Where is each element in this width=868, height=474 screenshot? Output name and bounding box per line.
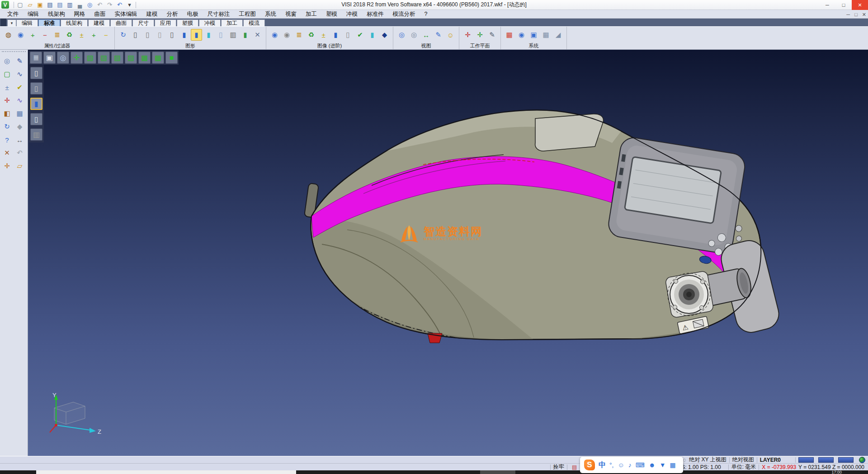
maximize-button[interactable]: □ <box>835 0 852 10</box>
advanced-traffic-icon[interactable]: ≣ <box>293 29 305 41</box>
grid-settings-icon[interactable]: ▦ <box>540 29 552 41</box>
menu-item[interactable]: 建模 <box>142 10 162 18</box>
ribbon-tab[interactable]: 标准 <box>38 19 60 26</box>
workplane-edit-icon[interactable]: ✎ <box>486 29 498 41</box>
filter-minus-icon[interactable]: − <box>100 29 112 41</box>
mdi-restore-button[interactable]: □ <box>854 12 858 18</box>
toolbar-grip[interactable] <box>2 51 26 54</box>
menu-item[interactable]: 文件 <box>3 10 23 18</box>
shade-hidden-icon[interactable]: ▯ <box>30 82 42 95</box>
view-top-icon[interactable]: ▧ <box>98 52 110 64</box>
minimize-button[interactable]: ─ <box>819 0 835 10</box>
transparent-cylinder-icon[interactable]: ▮ <box>203 29 214 41</box>
measure-icon[interactable]: ↔ <box>420 29 432 41</box>
ime-person-icon[interactable]: ☻ <box>649 461 656 469</box>
workplane-create-icon[interactable]: ✛ <box>462 29 473 41</box>
advanced-plusminus-icon[interactable]: ± <box>318 29 329 41</box>
print-icon[interactable]: ▄ <box>75 1 84 9</box>
tab-dropdown-button[interactable]: ▾ <box>7 19 16 26</box>
status-plot-icon[interactable]: ▤ <box>570 464 579 470</box>
save-icon[interactable]: ▤ <box>46 1 54 9</box>
fit-view-icon[interactable]: ▣ <box>43 52 56 64</box>
menu-item[interactable]: 尺寸标注 <box>203 10 235 18</box>
zoom-window-icon[interactable]: ◎ <box>408 29 420 41</box>
view-back-icon[interactable]: ▩ <box>152 52 164 64</box>
view-left-icon[interactable]: ▨ <box>111 52 123 64</box>
advanced-wire-icon[interactable]: ▯ <box>342 29 354 41</box>
shaded-cylinder-icon[interactable]: ▮ <box>179 29 190 41</box>
save-all-icon[interactable]: ▥ <box>66 1 74 9</box>
curve-edit-icon[interactable]: ∿ <box>14 69 26 80</box>
ucs-axes-icon[interactable]: ✛ <box>1 95 13 106</box>
flat-cylinder-icon[interactable]: ▯ <box>215 29 226 41</box>
menu-item[interactable]: 实体编辑 <box>110 10 142 18</box>
menu-item[interactable]: 系统 <box>260 10 281 18</box>
sketch-edit-icon[interactable]: ✎ <box>14 56 26 66</box>
ribbon-tab[interactable]: 建模 <box>88 19 110 26</box>
ime-punct-icon[interactable]: °, <box>609 461 614 469</box>
windows-taskbar[interactable]: 17:00 <box>0 470 868 474</box>
absolute-view-label[interactable]: 绝对视图 <box>732 456 754 464</box>
snap-lock-label[interactable]: 拴牢 <box>553 463 564 471</box>
refresh-icon[interactable]: ↻ <box>1 121 13 132</box>
analysis-cylinder-icon[interactable]: ▮ <box>240 29 251 41</box>
advanced-hide-icon[interactable]: ◉ <box>281 29 292 41</box>
ribbon-tab[interactable]: 线架构 <box>61 19 88 26</box>
filter-plusminus-icon[interactable]: ± <box>76 29 87 41</box>
close-button[interactable]: ✕ <box>852 0 868 10</box>
ime-keyboard-icon[interactable]: ⌨ <box>636 461 645 469</box>
menu-item[interactable]: 模流分析 <box>388 10 420 18</box>
undo-history-icon[interactable]: ↶ <box>115 1 124 9</box>
menu-item[interactable]: 工程图 <box>235 10 261 18</box>
shade-shaded-icon[interactable]: ▮ <box>30 98 42 110</box>
ribbon-tab[interactable]: 尺寸 <box>132 19 154 26</box>
ime-skin-icon[interactable]: ▼ <box>660 461 666 469</box>
advanced-view-icon[interactable]: ◉ <box>269 29 280 41</box>
ramp-3d-icon[interactable]: ◢ <box>552 29 564 41</box>
print-preview-icon[interactable]: ◎ <box>85 1 94 9</box>
sogou-logo-icon[interactable]: S <box>584 460 595 470</box>
units-label[interactable]: 单位: 毫米 <box>731 463 756 471</box>
ribbon-tab[interactable]: 曲面 <box>110 19 132 26</box>
filter-plus-icon[interactable]: + <box>88 29 99 41</box>
ribbon-tab[interactable]: 冲模 <box>199 19 221 26</box>
workplane-align-icon[interactable]: ✛ <box>474 29 486 41</box>
menu-item[interactable]: 视窗 <box>281 10 301 18</box>
model-pb560[interactable]: ⚠ Y <box>28 50 868 456</box>
render-icon[interactable]: ☺ <box>445 29 456 41</box>
layer-label[interactable]: LAYER0 <box>760 457 781 463</box>
menu-item[interactable]: 塑模 <box>321 10 342 18</box>
menu-item[interactable]: 线架构 <box>43 10 70 18</box>
mdi-minimize-button[interactable]: ─ <box>846 12 850 18</box>
view-iso-icon[interactable]: ■ <box>165 52 178 64</box>
advanced-shaded-icon[interactable]: ▮ <box>330 29 341 41</box>
open-file-icon[interactable]: ▱ <box>26 1 34 9</box>
modify-attributes-icon[interactable]: ◍ <box>3 29 14 41</box>
filter-reset-icon[interactable]: ♻ <box>64 29 75 41</box>
window-panes-icon[interactable]: ▦ <box>14 108 26 119</box>
globe-icon[interactable]: ◉ <box>516 29 527 41</box>
zoom-select-icon[interactable]: ◎ <box>1 56 13 66</box>
zoom-inout-icon[interactable]: ± <box>1 82 13 93</box>
shaded-edges-cylinder-icon[interactable]: ▮ <box>191 29 202 41</box>
viewport-3d[interactable]: ≣▣◎✛▧▧▨▨▩▩■ ▯▯▮▯▥ <box>28 50 868 456</box>
mdi-close-button[interactable]: ✕ <box>862 12 866 18</box>
zoom-fly-icon[interactable]: ◎ <box>57 52 69 64</box>
status-indicator-1[interactable] <box>798 457 814 463</box>
menu-item[interactable]: 加工 <box>301 10 321 18</box>
redo-icon[interactable]: ↷ <box>105 1 114 9</box>
new-file-icon[interactable]: ▢ <box>16 1 24 9</box>
filter-remove-icon[interactable]: − <box>39 29 51 41</box>
status-indicator-3[interactable] <box>838 457 854 463</box>
shade-flat-icon[interactable]: ▯ <box>30 113 42 125</box>
export-doc-icon[interactable]: ▱ <box>14 161 26 171</box>
layers-paint-icon[interactable]: ◧ <box>1 108 13 119</box>
redline-icon[interactable]: ✎ <box>433 29 444 41</box>
helm-icon[interactable]: ✛ <box>1 161 13 171</box>
menu-item[interactable]: 电极 <box>183 10 203 18</box>
delete-icon[interactable]: ✕ <box>1 147 13 158</box>
undo-icon[interactable]: ↶ <box>95 1 104 9</box>
toolbar-options-icon[interactable]: ▾ <box>125 1 134 9</box>
wireframe-cylinder-icon[interactable]: ▯ <box>130 29 141 41</box>
viewport-menu-icon[interactable]: ≣ <box>30 52 42 64</box>
